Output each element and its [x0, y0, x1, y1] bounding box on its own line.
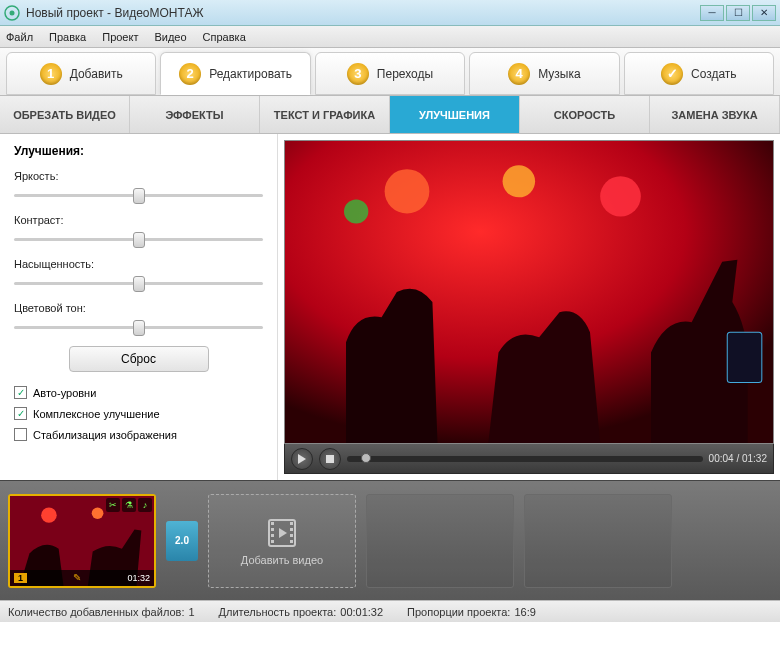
add-video-label: Добавить видео: [241, 554, 323, 566]
panel-title: Улучшения:: [14, 144, 263, 158]
step-badge-check-icon: ✓: [661, 63, 683, 85]
music-note-icon: ♪: [138, 498, 152, 512]
menu-project[interactable]: Проект: [102, 31, 138, 43]
svg-rect-18: [290, 522, 293, 525]
clip-effect-icons: ✂ ⚗ ♪: [106, 498, 152, 512]
step-transitions[interactable]: 3 Переходы: [315, 52, 465, 95]
checkbox-label: Комплексное улучшение: [33, 408, 160, 420]
checkbox-label: Авто-уровни: [33, 387, 96, 399]
svg-point-6: [344, 199, 368, 223]
time-display: 00:04 / 01:32: [709, 453, 767, 464]
progress-thumb[interactable]: [361, 453, 371, 463]
timeline-empty-slot[interactable]: [524, 494, 672, 588]
hue-row: Цветовой тон:: [14, 302, 263, 336]
scissors-icon: ✂: [106, 498, 120, 512]
main-content: Улучшения: Яркость: Контраст: Насыщеннос…: [0, 134, 780, 480]
contrast-label: Контраст:: [14, 214, 263, 226]
subtab-speed[interactable]: СКОРОСТЬ: [520, 96, 650, 133]
minimize-button[interactable]: ─: [700, 5, 724, 21]
auto-levels-checkbox[interactable]: ✓ Авто-уровни: [14, 386, 263, 399]
svg-rect-20: [290, 534, 293, 537]
checkbox-icon: ✓: [14, 386, 27, 399]
svg-point-4: [503, 165, 536, 197]
contrast-row: Контраст:: [14, 214, 263, 248]
titlebar: Новый проект - ВидеоМОНТАЖ ─ ☐ ✕: [0, 0, 780, 26]
saturation-slider[interactable]: [14, 274, 263, 292]
player-controls: 00:04 / 01:32: [284, 444, 774, 474]
edit-subtabs: ОБРЕЗАТЬ ВИДЕО ЭФФЕКТЫ ТЕКСТ И ГРАФИКА У…: [0, 96, 780, 134]
reset-button[interactable]: Сброс: [69, 346, 209, 372]
brightness-label: Яркость:: [14, 170, 263, 182]
status-aspect: Пропорции проекта:16:9: [407, 606, 536, 618]
svg-rect-14: [271, 522, 274, 525]
svg-marker-22: [279, 528, 287, 538]
step-badge-1: 1: [40, 63, 62, 85]
status-bar: Количество добавленных файлов:1 Длительн…: [0, 600, 780, 622]
subtab-crop[interactable]: ОБРЕЗАТЬ ВИДЕО: [0, 96, 130, 133]
play-button[interactable]: [291, 448, 313, 470]
checkbox-label: Стабилизация изображения: [33, 429, 177, 441]
menu-file[interactable]: Файл: [6, 31, 33, 43]
flask-icon: ⚗: [122, 498, 136, 512]
transition-chip[interactable]: 2.0: [166, 521, 198, 561]
step-label: Музыка: [538, 67, 580, 81]
svg-rect-9: [326, 455, 334, 463]
menu-video[interactable]: Видео: [154, 31, 186, 43]
progress-bar[interactable]: [347, 456, 703, 462]
clip-index: 1: [14, 573, 27, 583]
clip-duration: 01:32: [127, 573, 150, 583]
clip-footer: 1 ✎ 01:32: [10, 570, 154, 586]
stabilization-checkbox[interactable]: Стабилизация изображения: [14, 428, 263, 441]
svg-point-11: [41, 507, 57, 522]
svg-rect-17: [271, 540, 274, 543]
menubar: Файл Правка Проект Видео Справка: [0, 26, 780, 48]
timeline-clip-1[interactable]: ✂ ⚗ ♪ 1 ✎ 01:32: [8, 494, 156, 588]
subtab-effects[interactable]: ЭФФЕКТЫ: [130, 96, 260, 133]
svg-rect-16: [271, 534, 274, 537]
add-video-slot[interactable]: Добавить видео: [208, 494, 356, 588]
timeline-empty-slot[interactable]: [366, 494, 514, 588]
checkbox-icon: ✓: [14, 407, 27, 420]
video-preview[interactable]: [284, 140, 774, 444]
close-button[interactable]: ✕: [752, 5, 776, 21]
preview-frame-icon: [285, 141, 773, 443]
timeline: ✂ ⚗ ♪ 1 ✎ 01:32 2.0 Добавить видео: [0, 480, 780, 600]
svg-point-1: [10, 10, 15, 15]
brightness-slider[interactable]: [14, 186, 263, 204]
step-create[interactable]: ✓ Создать: [624, 52, 774, 95]
hue-slider[interactable]: [14, 318, 263, 336]
maximize-button[interactable]: ☐: [726, 5, 750, 21]
saturation-label: Насыщенность:: [14, 258, 263, 270]
step-add[interactable]: 1 Добавить: [6, 52, 156, 95]
svg-point-3: [385, 169, 430, 213]
enhance-panel: Улучшения: Яркость: Контраст: Насыщеннос…: [0, 134, 278, 480]
svg-point-12: [92, 507, 104, 518]
complex-enhance-checkbox[interactable]: ✓ Комплексное улучшение: [14, 407, 263, 420]
film-icon: [265, 516, 299, 550]
brightness-row: Яркость:: [14, 170, 263, 204]
step-label: Редактировать: [209, 67, 292, 81]
svg-rect-21: [290, 540, 293, 543]
step-music[interactable]: 4 Музыка: [469, 52, 619, 95]
subtab-audio[interactable]: ЗАМЕНА ЗВУКА: [650, 96, 780, 133]
status-duration: Длительность проекта:00:01:32: [219, 606, 384, 618]
menu-help[interactable]: Справка: [203, 31, 246, 43]
pencil-icon[interactable]: ✎: [73, 572, 81, 583]
step-badge-4: 4: [508, 63, 530, 85]
svg-rect-7: [727, 332, 762, 382]
subtab-text[interactable]: ТЕКСТ И ГРАФИКА: [260, 96, 390, 133]
contrast-slider[interactable]: [14, 230, 263, 248]
transition-duration: 2.0: [175, 535, 189, 546]
step-badge-2: 2: [179, 63, 201, 85]
step-label: Добавить: [70, 67, 123, 81]
preview-pane: 00:04 / 01:32: [278, 134, 780, 480]
checkbox-icon: [14, 428, 27, 441]
stop-button[interactable]: [319, 448, 341, 470]
step-edit[interactable]: 2 Редактировать: [160, 52, 310, 95]
step-tabs: 1 Добавить 2 Редактировать 3 Переходы 4 …: [0, 48, 780, 96]
window-title: Новый проект - ВидеоМОНТАЖ: [26, 6, 698, 20]
menu-edit[interactable]: Правка: [49, 31, 86, 43]
subtab-enhance[interactable]: УЛУЧШЕНИЯ: [390, 96, 520, 133]
hue-label: Цветовой тон:: [14, 302, 263, 314]
svg-rect-19: [290, 528, 293, 531]
